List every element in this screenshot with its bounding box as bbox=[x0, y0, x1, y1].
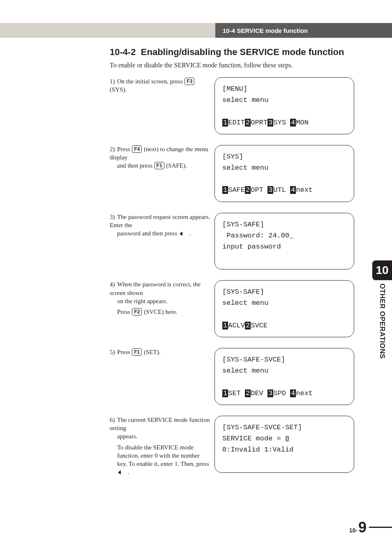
keycap-f1-b: F1 bbox=[132, 348, 142, 356]
step-6-p2d: . bbox=[126, 469, 129, 475]
lcd-6-l3: 0:Invalid 1:Valid bbox=[222, 444, 346, 455]
main-content: 10-4-2 Enabling/disabling the SERVICE mo… bbox=[110, 47, 364, 487]
lcd-2-l1: [SYS] bbox=[222, 151, 346, 162]
lcd-2: [SYS] select menu 1SAFE2OPT 3UTL 4next bbox=[214, 145, 354, 202]
sk-5-3n: 3 bbox=[267, 389, 273, 397]
step-3-ta: The password request screen appears. Ent… bbox=[110, 214, 210, 228]
keycap-f4: F4 bbox=[132, 145, 142, 153]
section-number: 10-4-2 bbox=[110, 47, 136, 57]
sk-1-2t: OPRT bbox=[251, 119, 267, 127]
lcd-5: [SYS-SAFE-SVCE] select menu 1SET 2DEV 3S… bbox=[214, 348, 354, 405]
step-4-text: 4)When the password is correct, the scre… bbox=[110, 280, 214, 316]
svg-marker-5 bbox=[121, 472, 124, 473]
lcd-6: [SYS-SAFE-SVCE-SET] SERVICE mode = 0 0:I… bbox=[214, 416, 354, 473]
page-num: 9 bbox=[358, 519, 367, 536]
lcd-4-l3 bbox=[222, 309, 346, 320]
step-2-text: 2)Press F4 (next) to change the menu dis… bbox=[110, 145, 214, 170]
sk-1-1t: EDIT bbox=[228, 119, 245, 127]
svg-marker-6 bbox=[118, 470, 121, 474]
breadcrumb: 10-4 SERVICE mode function bbox=[215, 23, 392, 38]
step-5-text: 5)Press F1 (SET). bbox=[110, 348, 214, 356]
lcd-2-softkeys: 1SAFE2OPT 3UTL 4next bbox=[222, 184, 346, 196]
sk-2-4n: 4 bbox=[290, 186, 296, 194]
lcd-6-l2b: 0 bbox=[285, 435, 289, 442]
sk-4-2t: SVCE bbox=[251, 322, 267, 329]
lcd-4-l2: select menu bbox=[222, 297, 346, 309]
sk-2-1n: 1 bbox=[222, 186, 228, 194]
page-number: 10-9 bbox=[349, 519, 367, 536]
footer-rule bbox=[369, 527, 392, 528]
lcd-4-softkeys: 1ACLV2SVCE bbox=[222, 320, 346, 331]
svg-marker-2 bbox=[182, 233, 186, 235]
step-1: 1)On the initial screen, press F3 (SYS).… bbox=[110, 77, 364, 134]
lcd-3: [SYS-SAFE] Password: 24.00_ input passwo… bbox=[214, 213, 354, 270]
header-band-light bbox=[0, 23, 215, 38]
sk-2-2t: OPT bbox=[251, 186, 267, 194]
step-5-prefix: Press bbox=[117, 349, 131, 355]
sk-5-4t: next bbox=[296, 389, 313, 397]
lcd-6-l2: SERVICE mode = 0 bbox=[222, 433, 346, 444]
sk-4-2n: 2 bbox=[245, 322, 251, 329]
enter-icon-2 bbox=[118, 470, 125, 475]
step-2-l2a: and then press bbox=[117, 162, 154, 169]
step-6-p2c: Then, press bbox=[180, 461, 209, 467]
sk-2-1t: SAFE bbox=[228, 186, 245, 194]
sk-5-2t: DEV bbox=[251, 389, 267, 397]
lcd-6-l2a: SERVICE mode = bbox=[222, 435, 285, 442]
step-6-tb: appears. bbox=[110, 432, 210, 440]
section-title: 10-4-2 Enabling/disabling the SERVICE mo… bbox=[110, 47, 364, 58]
lcd-4-l1: [SYS-SAFE] bbox=[222, 286, 346, 297]
section-intro: To enable or disable the SERVICE mode fu… bbox=[110, 62, 364, 69]
svg-marker-3 bbox=[180, 232, 182, 236]
step-4-ea: Press bbox=[117, 309, 131, 315]
step-1-num: 1) bbox=[110, 77, 117, 85]
step-1-text: 1)On the initial screen, press F3 (SYS). bbox=[110, 77, 214, 94]
keycap-f2: F2 bbox=[132, 308, 142, 315]
lcd-3-softkeys bbox=[222, 252, 346, 263]
sk-5-4n: 4 bbox=[290, 389, 296, 397]
sk-1-3n: 3 bbox=[267, 119, 273, 127]
lcd-3-l2: Password: 24.00_ bbox=[222, 230, 346, 241]
step-6-num: 6) bbox=[110, 416, 117, 424]
lcd-4: [SYS-SAFE] select menu 1ACLV2SVCE bbox=[214, 280, 354, 337]
lcd-5-softkeys: 1SET 2DEV 3SPD 4next bbox=[222, 388, 346, 399]
sk-5-1t: SET bbox=[228, 389, 245, 397]
step-5: 5)Press F1 (SET). [SYS-SAFE-SVCE] select… bbox=[110, 348, 364, 405]
step-2: 2)Press F4 (next) to change the menu dis… bbox=[110, 145, 364, 202]
step-4-eb: (SVCE) here. bbox=[142, 309, 177, 315]
sk-1-2n: 2 bbox=[245, 119, 251, 127]
sk-1-4t: MON bbox=[296, 119, 309, 127]
page-prefix: 10- bbox=[349, 527, 357, 534]
lcd-2-l3 bbox=[222, 173, 346, 184]
keycap-f1: F1 bbox=[154, 162, 164, 169]
sk-2-3t: UTL bbox=[273, 186, 290, 194]
step-6-text: 6)The current SERVICE mode function sett… bbox=[110, 416, 214, 477]
step-3-tc: . bbox=[188, 230, 191, 237]
step-3: 3)The password request screen appears. E… bbox=[110, 213, 364, 270]
step-2-l2b: (SAFE). bbox=[165, 162, 187, 169]
step-6: 6)The current SERVICE mode function sett… bbox=[110, 416, 364, 477]
step-4-num: 4) bbox=[110, 280, 117, 288]
step-4-tb: on the right appears. bbox=[110, 297, 210, 305]
lcd-5-l1: [SYS-SAFE-SVCE] bbox=[222, 354, 346, 365]
lcd-3-l1: [SYS-SAFE] bbox=[222, 219, 346, 230]
chapter-tab: 10 OTHER OPERATIONS bbox=[372, 260, 392, 359]
step-3-tb: password and then press bbox=[117, 230, 179, 237]
sk-5-3t: SPD bbox=[273, 389, 290, 397]
step-1-suffix: (SYS). bbox=[110, 86, 127, 93]
sk-1-3t: SYS bbox=[273, 119, 290, 127]
lcd-1-l3 bbox=[222, 106, 346, 117]
step-2-num: 2) bbox=[110, 145, 117, 153]
step-6-ta: The current SERVICE mode function settin… bbox=[110, 417, 210, 431]
lcd-1-softkeys: 1EDIT2OPRT3SYS 4MON bbox=[222, 117, 346, 128]
header-band: 10-4 SERVICE mode function bbox=[0, 23, 392, 38]
lcd-6-l1: [SYS-SAFE-SVCE-SET] bbox=[222, 422, 346, 433]
sk-1-4n: 4 bbox=[290, 119, 296, 127]
step-4: 4)When the password is correct, the scre… bbox=[110, 280, 364, 337]
sk-1-1n: 1 bbox=[222, 119, 228, 127]
lcd-5-l2: select menu bbox=[222, 365, 346, 376]
step-1-prefix: On the initial screen, press bbox=[117, 78, 184, 85]
step-4-ta: When the password is correct, the screen… bbox=[110, 281, 201, 296]
section-heading: Enabling/disabling the SERVICE mode func… bbox=[141, 47, 344, 57]
sk-4-1t: ACLV bbox=[228, 322, 245, 329]
